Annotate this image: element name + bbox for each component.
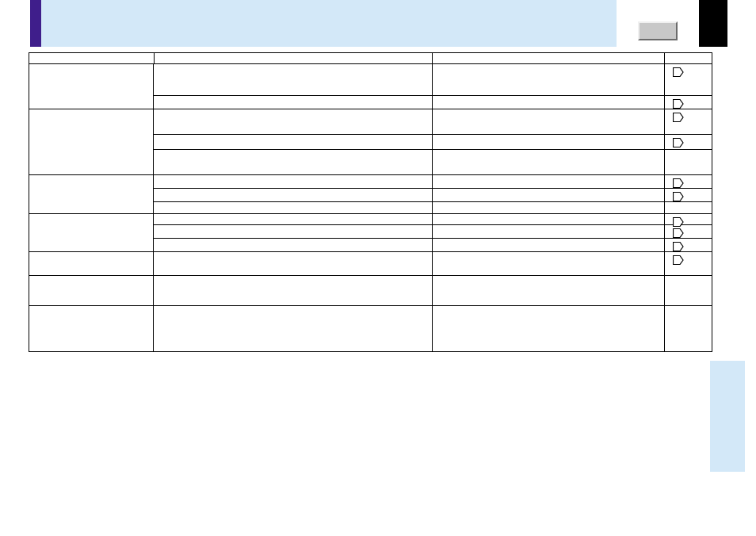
- table-cell-value: [433, 189, 665, 202]
- table-group-label: [29, 109, 154, 175]
- table-cell-ref: [665, 96, 712, 109]
- table-row: [154, 135, 712, 150]
- table-cell-ref: [665, 276, 712, 306]
- table-cell-value: [433, 306, 665, 352]
- table-cell-ref: [665, 64, 712, 96]
- table-group: [29, 276, 712, 306]
- table-group: [29, 306, 712, 352]
- table-cell-setting: [154, 150, 433, 175]
- tag-icon: [673, 67, 684, 77]
- table-cell-setting: [154, 252, 433, 276]
- table-cell-value: [433, 276, 665, 306]
- tag-icon: [673, 178, 684, 188]
- table-group-label: [29, 306, 154, 352]
- table-cell-ref: [665, 252, 712, 276]
- table-row: [154, 252, 712, 276]
- table-row: [154, 214, 712, 225]
- tag-icon: [673, 228, 684, 238]
- table-group-label: [29, 64, 154, 109]
- table-group-label: [29, 214, 154, 252]
- table-cell-ref: [665, 189, 712, 202]
- table-group-label: [29, 175, 154, 214]
- tag-icon: [673, 99, 684, 109]
- tag-icon: [673, 255, 684, 265]
- table-cell-setting: [154, 64, 433, 96]
- table-group: [29, 175, 712, 214]
- table-cell-value: [433, 202, 665, 214]
- table-cell-setting: [154, 109, 433, 135]
- table-cell-ref: [665, 150, 712, 175]
- table-cell-value: [433, 150, 665, 175]
- table-cell-setting: [154, 189, 433, 202]
- tag-icon: [673, 138, 684, 147]
- table-row: [154, 225, 712, 239]
- table-cell-value: [433, 214, 665, 225]
- table-group-label: [29, 252, 154, 276]
- table-cell-ref: [665, 109, 712, 135]
- table-cell-ref: [665, 239, 712, 252]
- table-cell-setting: [154, 135, 433, 150]
- table-cell-value: [433, 239, 665, 252]
- table-row: [154, 96, 712, 109]
- table-cell-value: [433, 109, 665, 135]
- table-cell-value: [433, 96, 665, 109]
- table-group: [29, 109, 712, 175]
- table-cell-value: [433, 135, 665, 150]
- table-header-col2: [433, 53, 665, 64]
- tag-icon: [673, 192, 684, 201]
- table-row: [154, 150, 712, 175]
- table-row: [154, 239, 712, 252]
- table-cell-value: [433, 252, 665, 276]
- table-cell-setting: [154, 239, 433, 252]
- table-header-col3: [665, 53, 712, 64]
- table-group: [29, 64, 712, 109]
- table-cell-setting: [154, 175, 433, 189]
- table-row: [154, 175, 712, 189]
- table-row: [154, 109, 712, 135]
- table-header-col0: [29, 53, 155, 64]
- table-group-label: [29, 276, 154, 306]
- header-button[interactable]: [638, 21, 678, 40]
- table-row: [154, 306, 712, 352]
- table-cell-setting: [154, 306, 433, 352]
- table-cell-ref: [665, 135, 712, 150]
- table-cell-ref: [665, 306, 712, 352]
- table-cell-setting: [154, 276, 433, 306]
- table-cell-ref: [665, 214, 712, 225]
- table-cell-setting: [154, 202, 433, 214]
- table-header-row: [29, 53, 712, 64]
- table-cell-ref: [665, 202, 712, 214]
- table-cell-value: [433, 225, 665, 239]
- table-group: [29, 214, 712, 252]
- settings-table: [29, 52, 712, 352]
- table-group: [29, 252, 712, 276]
- tag-icon: [673, 113, 684, 122]
- table-cell-setting: [154, 96, 433, 109]
- table-row: [154, 202, 712, 214]
- table-header-col1: [155, 53, 433, 64]
- table-cell-setting: [154, 225, 433, 239]
- tag-icon: [673, 242, 684, 251]
- table-row: [154, 276, 712, 306]
- table-row: [154, 189, 712, 202]
- table-cell-value: [433, 64, 665, 96]
- side-tab[interactable]: [710, 361, 745, 472]
- header-black-block: [699, 0, 727, 47]
- table-cell-setting: [154, 214, 433, 225]
- table-cell-ref: [665, 175, 712, 189]
- header-title-band: [41, 0, 617, 47]
- table-cell-ref: [665, 225, 712, 239]
- header-accent-bar: [30, 0, 41, 47]
- table-cell-value: [433, 175, 665, 189]
- table-row: [154, 64, 712, 96]
